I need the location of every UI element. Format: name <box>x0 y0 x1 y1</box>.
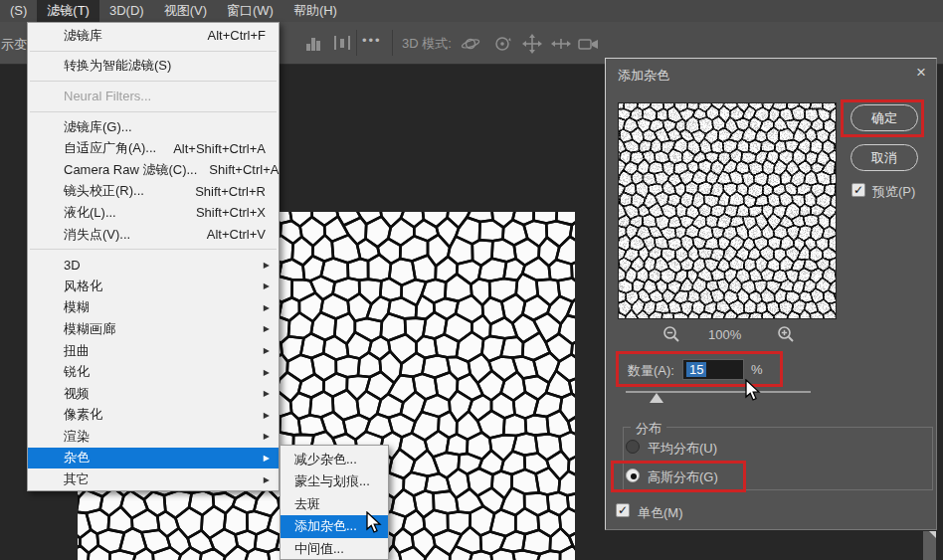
menubar-item-window[interactable]: 窗口(W) <box>217 0 283 22</box>
filter-menu-item[interactable]: 滤镜库Alt+Ctrl+F <box>28 25 279 47</box>
menubar-item-help[interactable]: 帮助(H) <box>283 0 347 22</box>
slide-3d-icon[interactable] <box>550 34 572 58</box>
filter-menu-item[interactable]: 滤镜库(G)... <box>28 116 279 138</box>
filter-menu-item[interactable]: 3D▶ <box>28 254 279 276</box>
pan-3d-icon[interactable] <box>521 34 543 58</box>
toolbar-separator <box>392 30 393 56</box>
filter-menu-item[interactable]: 像素化▶ <box>28 405 279 427</box>
orbit-3d-icon[interactable] <box>460 34 481 58</box>
submenu-arrow-icon: ▶ <box>264 475 270 484</box>
menu-separator <box>30 51 277 52</box>
submenu-arrow-icon: ▶ <box>264 324 270 333</box>
submenu-arrow-icon: ▶ <box>264 389 270 398</box>
menu-item-label: 转换为智能滤镜(S) <box>64 57 270 75</box>
menu-item-label: 3D <box>64 258 256 273</box>
menu-separator <box>30 249 277 250</box>
filter-menu-item[interactable]: 液化(L)...Shift+Ctrl+X <box>28 202 279 224</box>
options-partial-label: 示变 <box>1 36 27 54</box>
preview-checkbox-label: 预览(P) <box>872 183 915 201</box>
menubar-item-select-partial[interactable]: (S) <box>0 0 37 22</box>
submenu-arrow-icon: ▶ <box>264 303 270 312</box>
submenu-arrow-icon: ▶ <box>264 454 270 463</box>
menu-item-label: 模糊 <box>64 298 256 316</box>
toolbar-separator <box>356 30 357 56</box>
submenu-arrow-icon: ▶ <box>264 432 270 441</box>
filter-menu-item[interactable]: 消失点(V)...Alt+Ctrl+V <box>28 224 279 246</box>
menu-item-label: 模糊画廊 <box>64 320 256 338</box>
distribution-group-label: 分布 <box>631 420 666 438</box>
menu-item-label: 风格化 <box>64 278 256 295</box>
filter-menu-item[interactable]: 其它▶ <box>28 468 279 490</box>
filter-menu-item[interactable]: 杂色▶ <box>28 448 279 469</box>
menu-item-shortcut: Alt+Ctrl+V <box>207 227 270 242</box>
submenu-arrow-icon: ▶ <box>264 281 270 290</box>
menu-item-label: 锐化 <box>64 363 256 381</box>
zoom-in-icon[interactable] <box>777 325 795 347</box>
dialog-title: 添加杂色 <box>618 67 669 85</box>
submenu-arrow-icon: ▶ <box>264 368 270 377</box>
submenu-arrow-icon: ▶ <box>264 261 270 270</box>
menubar-item-filter[interactable]: 滤镜(T) <box>37 0 99 22</box>
uniform-radio-label: 平均分布(U) <box>648 440 717 458</box>
menu-item-label: 镜头校正(R)... <box>64 182 183 200</box>
filter-menu-item[interactable]: Neural Filters... <box>28 86 279 107</box>
menu-item-shortcut: Shift+Ctrl+R <box>195 184 270 199</box>
mouse-cursor <box>364 511 384 535</box>
filter-menu-item[interactable]: 扭曲▶ <box>28 340 279 362</box>
cancel-button[interactable]: 取消 <box>850 144 918 171</box>
filter-menu-item[interactable]: 锐化▶ <box>28 361 279 383</box>
menu-item-label: 液化(L)... <box>64 204 184 222</box>
scrollbar[interactable] <box>923 531 936 560</box>
close-icon[interactable]: × <box>916 63 926 83</box>
menu-item-shortcut: Alt+Ctrl+F <box>207 28 270 43</box>
menu-bar: (S) 滤镜(T) 3D(D) 视图(V) 窗口(W) 帮助(H) <box>0 0 943 22</box>
monochromatic-checkbox[interactable]: ✓ <box>616 503 630 517</box>
noise-preview-image <box>618 102 837 319</box>
distribute-icon[interactable] <box>332 34 352 56</box>
menubar-item-view[interactable]: 视图(V) <box>154 0 217 22</box>
menu-item-shortcut: Alt+Shift+Ctrl+A <box>173 141 270 156</box>
menu-item-shortcut: Shift+Ctrl+X <box>196 205 270 220</box>
menu-item-label: 渲染 <box>64 428 256 446</box>
filter-menu-item[interactable]: Camera Raw 滤镜(C)...Shift+Ctrl+A <box>28 159 279 181</box>
camera-3d-icon[interactable] <box>577 34 601 58</box>
filter-menu-item[interactable]: 视频▶ <box>28 383 279 405</box>
filter-menu-item[interactable]: 风格化▶ <box>28 276 279 297</box>
filter-menu-item[interactable]: 模糊画廊▶ <box>28 318 279 340</box>
mouse-cursor <box>743 379 763 403</box>
gaussian-annotation-box <box>611 461 746 492</box>
menu-separator <box>30 81 277 82</box>
preview-checkbox[interactable]: ✓ <box>851 183 865 197</box>
filter-menu-item[interactable]: 自适应广角(A)...Alt+Shift+Ctrl+A <box>28 137 279 159</box>
3d-mode-label: 3D 模式: <box>402 35 452 53</box>
filter-menu-item[interactable]: 镜头校正(R)...Shift+Ctrl+R <box>28 181 279 203</box>
menu-item-label: Neural Filters... <box>64 89 270 103</box>
more-options-icon[interactable]: ••• <box>362 33 382 48</box>
submenu-arrow-icon: ▶ <box>264 411 270 420</box>
menu-separator <box>30 111 277 112</box>
zoom-level-value: 100% <box>708 327 741 342</box>
filter-menu-item[interactable]: 渲染▶ <box>28 426 279 448</box>
uniform-radio[interactable] <box>626 440 640 454</box>
ok-annotation-box <box>841 99 924 137</box>
menu-item-label: 滤镜库 <box>64 27 195 45</box>
filter-menu-item[interactable]: 转换为智能滤镜(S) <box>28 56 279 78</box>
submenu-arrow-icon: ▶ <box>264 346 270 355</box>
zoom-out-icon[interactable] <box>662 325 680 347</box>
noise-submenu: 减少杂色...蒙尘与划痕...去斑添加杂色...中间值... <box>280 445 389 560</box>
menu-item-label: 自适应广角(A)... <box>64 139 161 157</box>
noise-submenu-item[interactable]: 减少杂色... <box>281 449 388 470</box>
menubar-item-3d[interactable]: 3D(D) <box>99 0 154 22</box>
menu-item-label: 扭曲 <box>64 342 256 360</box>
roll-3d-icon[interactable] <box>491 34 513 58</box>
menu-item-label: 消失点(V)... <box>64 226 195 244</box>
noise-submenu-item[interactable]: 蒙尘与划痕... <box>281 470 388 492</box>
amount-slider-thumb[interactable] <box>650 393 663 403</box>
menu-item-label: 像素化 <box>64 406 256 424</box>
noise-submenu-item[interactable]: 中间值... <box>281 538 388 560</box>
filter-menu-dropdown: 滤镜库Alt+Ctrl+F转换为智能滤镜(S)Neural Filters...… <box>27 22 280 491</box>
histogram-icon[interactable] <box>304 34 324 56</box>
filter-menu-item[interactable]: 模糊▶ <box>28 297 279 319</box>
monochromatic-checkbox-label: 单色(M) <box>638 504 683 522</box>
menu-item-label: 滤镜库(G)... <box>64 118 270 136</box>
